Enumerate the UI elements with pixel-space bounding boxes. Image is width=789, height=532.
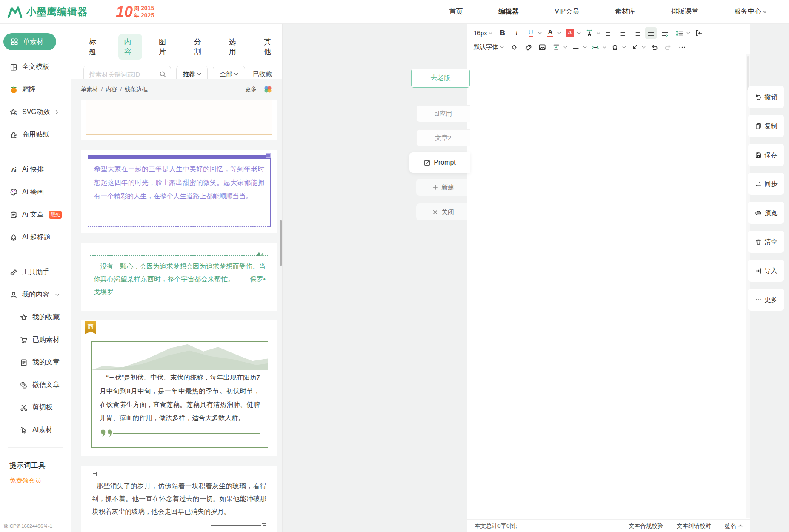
more-link[interactable]: 更多 bbox=[245, 86, 257, 93]
align-center-button[interactable] bbox=[617, 27, 629, 39]
rail-preview-button[interactable]: 预览 bbox=[748, 202, 784, 224]
nav-material-library[interactable]: 素材库 bbox=[615, 7, 635, 16]
rail-save-button[interactable]: 保存 bbox=[748, 144, 784, 166]
nav-layout-course[interactable]: 排版课堂 bbox=[671, 7, 698, 16]
align-right-button[interactable] bbox=[631, 27, 643, 39]
align-justify-button[interactable] bbox=[645, 27, 657, 39]
eraser-button[interactable] bbox=[508, 41, 520, 53]
chevron-down-icon bbox=[557, 32, 561, 34]
indent-left-button[interactable] bbox=[693, 27, 704, 39]
breadcrumb[interactable]: 单素材/内容/线条边框 bbox=[81, 86, 148, 93]
sidebar-item-commercial-sticker[interactable]: 商用贴纸 bbox=[0, 123, 71, 146]
font-family-select[interactable]: 默认字体 bbox=[472, 42, 506, 52]
editor-canvas[interactable]: 16pxBIUAA 默认字体 本文总计0字0图; 文本合规校验 文本纠错校对 签… bbox=[467, 24, 750, 532]
breadcrumb-part[interactable]: 单素材 bbox=[81, 86, 98, 92]
corner-chip-icon bbox=[266, 153, 271, 158]
rail-import-button[interactable]: 导入 bbox=[748, 260, 784, 282]
undo-arrow-button[interactable] bbox=[648, 41, 660, 53]
sidebar-item-wechat-articles[interactable]: 微信文章 bbox=[0, 374, 71, 396]
material-card-memory[interactable]: 那些消失了的岁月，仿佛隔着一块积着灰尘的玻璃，看得到，抓不着。他一直在怀念着过去… bbox=[81, 466, 277, 532]
sidebar-item-purchased-materials[interactable]: 已购素材 bbox=[0, 329, 71, 351]
sidebar-prompt-tools[interactable]: 提示词工具 bbox=[0, 454, 71, 472]
rail-undo-button[interactable]: 撤销 bbox=[748, 86, 784, 108]
sidebar-item-ai-title[interactable]: Ai 起标题 bbox=[0, 226, 71, 249]
sidebar-item-full-template[interactable]: 全文模板 bbox=[0, 56, 71, 78]
sidebar-item-single-material[interactable]: 单素材 bbox=[3, 33, 56, 50]
sidebar-item-label: 我的文章 bbox=[32, 358, 60, 367]
sync-icon bbox=[755, 180, 762, 187]
compliance-check-button[interactable]: 文本合规校验 bbox=[629, 522, 663, 530]
float-tab-prompt[interactable]: Prompt bbox=[409, 152, 470, 173]
italic-button[interactable]: I bbox=[511, 27, 522, 39]
sidebar-item-svg-animation[interactable]: sSVG动效 bbox=[0, 101, 71, 123]
app-logo[interactable]: 小墨鹰编辑器 bbox=[7, 5, 88, 18]
word-space-button[interactable] bbox=[589, 41, 601, 53]
search-input[interactable] bbox=[89, 71, 159, 78]
nav-service-center[interactable]: 服务中心 bbox=[734, 7, 767, 16]
margin-top-button[interactable] bbox=[550, 41, 562, 53]
proofread-check-button[interactable]: 文本纠错校对 bbox=[677, 522, 711, 530]
highlight-button[interactable]: A bbox=[564, 27, 575, 39]
materials-tab-image[interactable]: 图片 bbox=[153, 34, 177, 60]
breadcrumb-part[interactable]: 内容 bbox=[106, 86, 117, 92]
materials-tab-content[interactable]: 内容 bbox=[118, 34, 142, 60]
sidebar-item-ai-article[interactable]: Ai 文章限免 bbox=[0, 203, 71, 226]
symbol-button[interactable] bbox=[609, 41, 620, 53]
signature-button[interactable]: 签名 bbox=[725, 522, 743, 530]
rail-clear-button[interactable]: 清空 bbox=[748, 231, 784, 253]
sidebar-item-ai-materials[interactable]: AI素材 bbox=[0, 419, 71, 441]
float-tab-article2[interactable]: 文章2 bbox=[416, 129, 470, 146]
bold-button[interactable]: B bbox=[497, 27, 508, 39]
materials-tab-other[interactable]: 其他 bbox=[258, 34, 282, 60]
font-size-select[interactable]: 16px bbox=[472, 29, 494, 38]
image-button[interactable] bbox=[536, 41, 548, 53]
format-brush-button[interactable] bbox=[522, 41, 534, 53]
align-left-button[interactable] bbox=[603, 27, 615, 39]
float-tab-new[interactable]: 新建 bbox=[416, 179, 470, 196]
chevron-down-icon bbox=[197, 73, 201, 76]
material-card-autumn-frame[interactable] bbox=[81, 100, 277, 140]
sidebar-item-ai-quick-layout[interactable]: ΛiAi 快排 bbox=[0, 158, 71, 181]
rotate-dl-button[interactable] bbox=[629, 41, 640, 53]
sidebar-item-my-articles[interactable]: 我的文章 bbox=[0, 351, 71, 374]
sidebar-item-frost-descent[interactable]: 霜降 bbox=[0, 78, 71, 101]
rail-sync-button[interactable]: 同步 bbox=[748, 173, 784, 195]
align-distribute-button[interactable] bbox=[659, 27, 671, 39]
chevron-down-icon bbox=[763, 11, 767, 13]
rotate-dl-icon bbox=[631, 43, 638, 51]
sidebar-item-ai-painting[interactable]: Ai 绘画 bbox=[0, 181, 71, 203]
sidebar-item-my-favorites[interactable]: 我的收藏 bbox=[0, 306, 71, 329]
sidebar-item-my-content[interactable]: 我的内容 bbox=[0, 283, 71, 306]
line-height-button[interactable] bbox=[673, 27, 685, 39]
nav-vip[interactable]: VIP会员 bbox=[555, 7, 579, 16]
color-palette-icon[interactable] bbox=[263, 86, 273, 93]
font-color-button[interactable]: A bbox=[544, 27, 556, 39]
edit-square-icon bbox=[423, 159, 431, 166]
rail-copy-button[interactable]: 复制 bbox=[748, 115, 784, 137]
nav-editor[interactable]: 编辑器 bbox=[498, 7, 519, 16]
sidebar-item-tool-assistant[interactable]: 工具助手 bbox=[0, 261, 71, 283]
redo-arrow-button[interactable] bbox=[662, 41, 674, 53]
search-icon[interactable] bbox=[159, 71, 166, 78]
breadcrumb-part[interactable]: 线条边框 bbox=[125, 86, 148, 92]
more-dots-icon bbox=[678, 43, 686, 51]
material-card-sanfu[interactable]: 商 “三伏”是初伏、中伏、末伏的统称，每年出现在阳历7月中旬到8月中旬，是一年中… bbox=[81, 320, 277, 456]
letter-spacing-button[interactable] bbox=[583, 27, 595, 39]
rail-more-button[interactable]: 更多 bbox=[748, 289, 784, 311]
material-card-purple-border[interactable]: 希望大家在一起的三年是人生中美好的回忆，等到年老时想起这四年的时光，脸上露出甜蜜… bbox=[81, 150, 277, 233]
paragraph-space-button[interactable] bbox=[570, 41, 581, 53]
panel-scrollbar[interactable] bbox=[280, 220, 282, 266]
sidebar-item-clipboard[interactable]: 剪切板 bbox=[0, 396, 71, 419]
material-card-green-quote[interactable]: 没有一颗心，会因为追求梦想会因为追求梦想而受伤。当你真心渴望某样东西时，整个宇宙… bbox=[81, 243, 277, 311]
underline-button[interactable]: U bbox=[525, 27, 536, 39]
float-tab-close[interactable]: 关闭 bbox=[416, 203, 470, 220]
more-dots-button[interactable] bbox=[676, 41, 688, 53]
favorites-filter-button[interactable]: 已收藏 bbox=[253, 70, 272, 78]
nav-home[interactable]: 首页 bbox=[449, 7, 463, 16]
materials-tab-selection[interactable]: 选用 bbox=[223, 34, 247, 60]
float-tab-legacy[interactable]: 去老版 bbox=[411, 69, 470, 88]
sidebar-free-vip[interactable]: 免费领会员 bbox=[0, 472, 71, 485]
materials-tab-title[interactable]: 标题 bbox=[83, 34, 107, 60]
materials-tab-divider[interactable]: 分割 bbox=[189, 34, 212, 60]
float-tab-ai-apps[interactable]: ai应用 bbox=[416, 105, 470, 122]
